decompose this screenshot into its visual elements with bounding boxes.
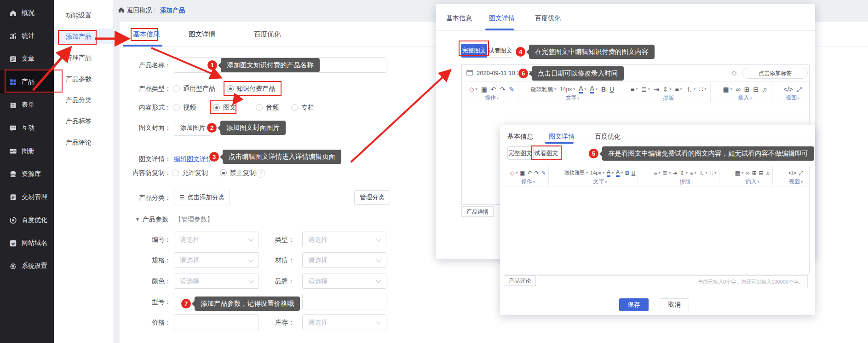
submenu-item-manage-product[interactable]: 管理产品 xyxy=(54,50,113,65)
indent-icon[interactable]: ≣▾ xyxy=(663,170,671,176)
collapse-caret-icon[interactable]: ▼ xyxy=(135,215,140,223)
align-left-icon[interactable]: ≡▾ xyxy=(631,86,638,93)
indent-icon[interactable]: ≣▾ xyxy=(641,86,650,93)
panel1-tab-seo[interactable]: 百度优化 xyxy=(535,14,561,22)
table-icon[interactable]: ⊞ xyxy=(744,86,750,93)
param-stock-select[interactable]: 请选择 xyxy=(302,314,386,330)
radio-forbid-copy[interactable] xyxy=(220,169,227,176)
product-comment-bottom-tab[interactable]: 产品评论 xyxy=(504,275,536,286)
toolbar-group-label[interactable]: 排版 xyxy=(631,95,707,101)
full-text-mode-button2[interactable]: 完整图文 xyxy=(507,146,533,160)
submenu-item-product-params[interactable]: 产品参数 xyxy=(54,71,113,87)
submenu-item-feature-settings[interactable]: 功能设置 xyxy=(54,7,113,23)
clear-format-icon[interactable]: ◇▾ xyxy=(469,86,477,93)
radio-general-product[interactable] xyxy=(173,85,180,92)
calendar-icon[interactable] xyxy=(466,70,473,76)
font-size-select[interactable]: 14px▾ xyxy=(590,170,604,175)
font-family-select[interactable]: 微软雅黑▾ xyxy=(531,87,556,92)
toolbar-group-label[interactable]: 插入▾ xyxy=(723,95,767,101)
submenu-item-product-category[interactable]: 产品分类 xyxy=(54,92,113,108)
tab-basic-info[interactable]: 基本信息 xyxy=(133,30,160,38)
paste-word-icon[interactable]: ▣ xyxy=(481,86,487,93)
toolbar-group-label[interactable]: 文字▾ xyxy=(564,179,635,185)
radio-column[interactable] xyxy=(291,104,298,111)
sidebar-item-resource[interactable]: 资源库 xyxy=(0,163,54,186)
sidebar-item-article[interactable]: 文章 xyxy=(0,47,54,70)
code-view-icon[interactable]: </> xyxy=(784,86,793,93)
highlight-color-icon[interactable]: A▾ xyxy=(590,85,598,93)
param-brand-select[interactable]: 请选择 xyxy=(302,273,386,289)
toolbar-group-label[interactable]: 视图▾ xyxy=(784,95,802,101)
breadcrumb-home[interactable]: 返回概况 xyxy=(127,6,152,14)
sidebar-item-domain[interactable]: W网站域名 xyxy=(0,232,54,255)
radio-richtext-label[interactable]: 图文 xyxy=(223,104,236,111)
align-left-icon[interactable]: ≡▾ xyxy=(654,170,661,176)
bold-icon[interactable]: B xyxy=(601,86,606,93)
add-image-button[interactable]: 添加图片 xyxy=(174,120,212,136)
cancel-button[interactable]: 取消 xyxy=(660,298,689,311)
link-icon[interactable]: ∞ xyxy=(746,170,750,176)
radio-video[interactable] xyxy=(173,104,180,111)
param-spec-select[interactable]: 请选择 xyxy=(174,252,259,268)
sidebar-item-overview[interactable]: 概况 xyxy=(0,1,54,24)
font-color-icon[interactable]: A▾ xyxy=(607,169,614,177)
param-color-select[interactable]: 请选择 xyxy=(174,273,259,289)
panel2-tab-basic[interactable]: 基本信息 xyxy=(507,133,533,140)
sidebar-item-baidu-seo[interactable]: 百度优化 xyxy=(0,209,54,232)
unordered-list-icon[interactable]: ∷▾ xyxy=(699,86,707,93)
redo-icon[interactable]: ↷ xyxy=(500,86,506,93)
toolbar-group-label[interactable]: 文字▾ xyxy=(531,95,614,101)
manage-category-button[interactable]: 管理分类 xyxy=(354,190,390,205)
try-read-mode-button[interactable]: 试看图文 xyxy=(487,44,513,58)
highlight-color-icon[interactable]: A▾ xyxy=(616,169,623,177)
try-read-mode-button2[interactable]: 试看图文 xyxy=(533,146,559,160)
align-justify-icon[interactable]: ≡▾ xyxy=(675,86,682,93)
ordered-list-icon[interactable]: ⒈▾ xyxy=(686,86,696,93)
radio-richtext[interactable] xyxy=(213,104,220,111)
bold-icon[interactable]: B xyxy=(625,170,629,176)
panel2-tab-seo[interactable]: 百度优化 xyxy=(595,133,621,140)
sidebar-item-interaction[interactable]: 互动 xyxy=(0,116,54,140)
undo-icon[interactable]: ↶ xyxy=(491,86,496,93)
product-detail-bottom-tab[interactable]: 产品详情 xyxy=(461,206,494,217)
sidebar-item-product[interactable]: 产品 xyxy=(0,70,54,93)
sidebar-item-stats[interactable]: 统计 xyxy=(0,24,54,47)
submenu-item-product-tags[interactable]: 产品标签 xyxy=(54,113,113,129)
unordered-list-icon[interactable]: ∷▾ xyxy=(710,170,717,176)
breadcrumb-home-icon[interactable] xyxy=(118,6,125,14)
image-icon[interactable]: ▦▾ xyxy=(735,170,743,176)
clear-format-icon[interactable]: ◇▾ xyxy=(510,170,517,176)
add-tag-button[interactable]: 点击添加标签 xyxy=(742,68,808,79)
tab-baidu-seo[interactable]: 百度优化 xyxy=(254,30,281,38)
fullscreen-icon[interactable]: ⤢ xyxy=(799,170,803,176)
undo-icon[interactable]: ↶ xyxy=(528,170,532,176)
outdent-icon[interactable]: ⇥ xyxy=(673,170,678,176)
editor-canvas-try[interactable] xyxy=(504,187,809,274)
sidebar-item-gallery[interactable]: 图册 xyxy=(0,140,54,163)
sidebar-item-trade[interactable]: 交易管理 xyxy=(0,186,54,209)
add-category-button[interactable]: ☰点击添加分类 xyxy=(174,190,230,205)
toolbar-group-label[interactable]: 视图▾ xyxy=(788,179,803,185)
radio-knowledge-product-label[interactable]: 知识付费产品 xyxy=(236,85,275,93)
param-material-select[interactable]: 请选择 xyxy=(302,252,386,268)
panel1-tab-basic[interactable]: 基本信息 xyxy=(446,14,472,22)
image-icon[interactable]: ▦▾ xyxy=(723,86,732,93)
link-icon[interactable]: ∞ xyxy=(736,86,741,93)
fullscreen-icon[interactable]: ⤢ xyxy=(797,86,802,93)
param-number-select[interactable]: 请选择 xyxy=(174,232,259,247)
radio-video-label[interactable]: 视频 xyxy=(183,104,196,111)
radio-forbid-copy-label[interactable]: 禁止复制 xyxy=(230,169,256,177)
panel1-tab-detail[interactable]: 图文详情 xyxy=(489,14,515,22)
media-icon[interactable]: ♫ xyxy=(762,86,767,93)
align-justify-icon[interactable]: ≡▾ xyxy=(690,170,696,176)
panel2-tab-detail[interactable]: 图文详情 xyxy=(549,133,575,140)
help-icon[interactable]: ? xyxy=(256,169,265,178)
radio-allow-copy-label[interactable]: 允许复制 xyxy=(182,169,208,177)
hr-icon[interactable]: ⊟ xyxy=(759,170,764,176)
save-button[interactable]: 保存 xyxy=(619,298,649,311)
tab-richtext-detail[interactable]: 图文详情 xyxy=(189,30,215,38)
edit-detail-link[interactable]: 编辑图文详情 xyxy=(174,155,213,163)
toolbar-group-label[interactable]: 排版 xyxy=(654,179,717,185)
radio-audio-label[interactable]: 音频 xyxy=(266,104,279,111)
format-painter-icon[interactable]: ✎ xyxy=(541,170,546,176)
